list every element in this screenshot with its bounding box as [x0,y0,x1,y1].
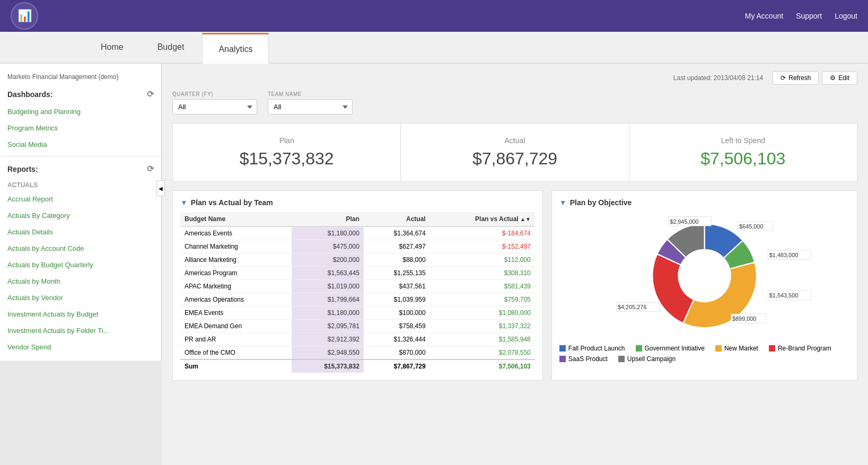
sidebar-item-social-media[interactable]: Social Media [0,136,161,153]
cell-name: PR and AR [180,333,292,346]
cell-name: Americas Operations [180,293,292,306]
content-header: Last updated: 2013/04/08 21:14 ⟳ Refresh… [172,71,857,85]
cell-plan: $1,180,000 [292,306,364,320]
donut-filter-icon: ▼ [559,198,567,207]
col-plan: Plan [292,212,364,226]
quarter-label: QUARTER (FY) [172,91,257,97]
cell-plan: $2,912,392 [292,333,364,346]
table-row: Americas Program $1,563,445 $1,255,135 $… [180,267,535,280]
charts-row: ▼ Plan vs Actual by Team Budget Name Pla… [172,190,857,381]
cell-actual: $437,561 [364,280,430,293]
table-row: Office of the CMO $2,948,550 $870,000 $2… [180,346,535,360]
tab-analytics[interactable]: Analytics [202,33,269,64]
table-row: Channel Marketing $475,000 $627,497 $-15… [180,240,535,253]
cell-name: Americas Events [180,226,292,240]
my-account-link[interactable]: My Account [745,12,783,20]
refresh-label: Refresh [788,74,811,82]
cell-actual: $1,039,959 [364,293,430,306]
plan-vs-actual-panel: ▼ Plan vs Actual by Team Budget Name Pla… [172,190,543,381]
tab-home[interactable]: Home [85,32,139,63]
cell-actual: $758,459 [364,320,430,333]
table-row: Alliance Marketing $200,000 $88,000 $112… [180,253,535,267]
sidebar-item-vendor-spend[interactable]: Vendor Spend [0,339,161,355]
plan-vs-actual-table: Budget Name Plan Actual Plan vs Actual ▲… [180,212,535,373]
filters-row: QUARTER (FY) All TEAM NAME All [172,91,857,115]
cell-name: Channel Marketing [180,240,292,253]
kpi-plan-value: $15,373,832 [183,149,390,169]
cell-plan: $1,019,000 [292,280,364,293]
sidebar-item-investment-budget[interactable]: Investment Actuals by Budget [0,306,161,322]
legend-swatch [769,345,775,352]
sidebar-wrapper: Marketo Financial Management (demo) Dash… [0,64,162,465]
kpi-left-value: $7,506,103 [640,149,846,169]
team-select[interactable]: All [268,99,353,115]
donut-label: $2,945,000 [670,218,699,225]
sidebar-item-actuals-vendor[interactable]: Actuals by Vendor [0,289,161,306]
donut-svg: $2,945,000$645,000$1,483,000$1,543,500$8… [559,212,849,339]
legend: Fall Product Launch Government Initiativ… [559,345,849,363]
kpi-left-label: Left to Spend [640,136,846,145]
table-row: EMEA Events $1,180,000 $100,000 $1,080,0… [180,306,535,320]
legend-item: Government Initiative [636,345,705,352]
support-link[interactable]: Support [796,12,822,20]
cell-pva: $759,705 [430,293,535,306]
sidebar-item-actuals-budget-quarterly[interactable]: Actuals by Budget Quarterly [0,257,161,273]
sidebar-item-investment-folder[interactable]: Investment Actuals by Folder Ti... [0,322,161,339]
cell-pva: $2,078,550 [430,346,535,360]
cell-pva: $1,337,322 [430,320,535,333]
table-row: Americas Events $1,180,000 $1,364,674 $-… [180,226,535,240]
top-bar: 📊 My Account Support Logout [0,0,868,32]
cell-pva: $581,439 [430,280,535,293]
cell-pva: $-184,674 [430,226,535,240]
legend-item: Upsell Campaign [618,355,676,363]
cell-plan: $1,180,000 [292,226,364,240]
sidebar-company: Marketo Financial Management (demo) [0,69,161,85]
sidebar-item-accrual[interactable]: Accrual Report [0,191,161,207]
cell-name: EMEA Demand Gen [180,320,292,333]
quarter-select[interactable]: All [172,99,257,115]
last-updated: Last updated: 2013/04/08 21:14 [673,74,763,82]
dashboards-refresh-icon[interactable]: ⟳ [147,89,154,99]
sidebar-divider-1 [0,156,161,156]
edit-button[interactable]: ⚙ Edit [822,71,857,85]
sidebar-item-actuals-month[interactable]: Actuals by Month [0,273,161,289]
cell-plan: $1,799,664 [292,293,364,306]
table-row: EMEA Demand Gen $2,095,781 $758,459 $1,3… [180,320,535,333]
sidebar-item-actuals-account[interactable]: Actuals by Account Code [0,240,161,257]
legend-label: SaaS Product [568,355,608,363]
sum-actual: $7,867,729 [364,359,430,373]
reports-refresh-icon[interactable]: ⟳ [147,164,154,174]
kpi-plan: Plan $15,373,832 [173,124,400,181]
kpi-actual: Actual $7,867,729 [400,124,628,181]
cell-name: APAC Marketing [180,280,292,293]
sidebar-collapse-button[interactable]: ◀ [156,180,165,196]
legend-swatch [618,356,625,362]
kpi-row: Plan $15,373,832 Actual $7,867,729 Left … [172,123,857,182]
edit-label: Edit [838,74,849,82]
donut-label: $4,205,276 [618,304,647,310]
quarter-filter: QUARTER (FY) All [172,91,257,115]
cell-actual: $100,000 [364,306,430,320]
sidebar-item-program-metrics[interactable]: Program Metrics [0,120,161,136]
sidebar-item-actuals-category[interactable]: Actuals By Category [0,207,161,224]
reports-label: Reports: [7,165,38,173]
cell-pva: $308,310 [430,267,535,280]
kpi-actual-value: $7,867,729 [411,149,618,169]
donut-container: $2,945,000$645,000$1,483,000$1,543,500$8… [559,212,849,339]
col-actual: Actual [364,212,430,226]
donut-title-text: Plan by Objective [570,198,632,207]
nav-tabs-bar: Home Budget Analytics [0,32,868,64]
cell-actual: $627,497 [364,240,430,253]
logout-link[interactable]: Logout [835,12,857,20]
tab-budget[interactable]: Budget [142,32,200,63]
logo-icon: 📊 [17,9,32,23]
kpi-plan-label: Plan [183,136,390,145]
refresh-button[interactable]: ⟳ Refresh [773,71,819,85]
sidebar-item-budgeting[interactable]: Budgeting and Planning [0,103,161,120]
cell-plan: $1,563,445 [292,267,364,280]
donut-title: ▼ Plan by Objective [559,198,849,207]
sum-plan: $15,373,832 [292,359,364,373]
donut-label: $645,000 [739,223,763,230]
cell-name: Alliance Marketing [180,253,292,267]
sidebar-item-actuals-details[interactable]: Actuals Details [0,224,161,240]
